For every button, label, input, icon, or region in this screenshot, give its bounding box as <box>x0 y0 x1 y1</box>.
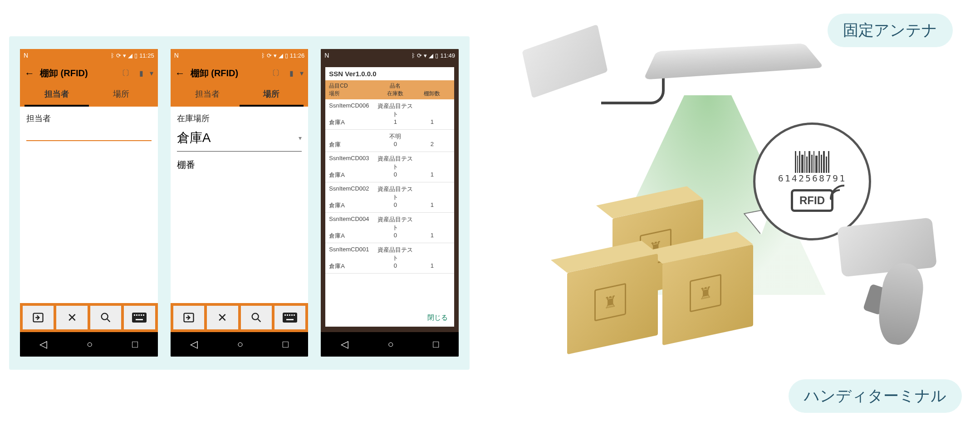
tab-person[interactable]: 担当者 <box>175 83 240 107</box>
col-count: 棚卸数 <box>414 90 451 98</box>
svg-rect-3 <box>134 314 135 316</box>
antenna-reader-icon <box>522 24 608 98</box>
sound-icon[interactable]: ▮ <box>289 69 294 78</box>
cell-place: 倉庫A <box>329 118 377 127</box>
keyboard-button[interactable] <box>124 306 155 329</box>
tab-place[interactable]: 場所 <box>240 83 304 107</box>
status-left: N <box>24 52 28 59</box>
wifi-app-icon[interactable]: ▾ <box>150 69 153 78</box>
cell-item-code <box>329 132 377 141</box>
content-area: 在庫場所 倉庫A ▾ 棚番 <box>171 107 309 303</box>
search-icon <box>250 311 263 324</box>
android-navbar: ◁ ○ □ <box>171 332 309 357</box>
rfid-device-icon[interactable]: 〔〕 <box>269 69 283 78</box>
col-stock: 在庫数 <box>377 90 414 98</box>
dialog-rows: SsnItemCD006資産品目テスト倉庫A11不明倉庫02SsnItemCD0… <box>325 99 454 274</box>
cell-stock: 0 <box>377 141 414 149</box>
nav-recent-icon[interactable]: □ <box>132 338 138 350</box>
cell-stock: 0 <box>377 232 414 240</box>
person-input[interactable] <box>26 127 152 141</box>
sound-icon[interactable]: ▮ <box>139 69 143 78</box>
rfid-device-icon[interactable]: 〔〕 <box>118 69 133 78</box>
content-area: 担当者 <box>20 107 158 303</box>
cell-item-code: SsnItemCD006 <box>329 102 377 118</box>
nav-back-icon[interactable]: ◁ <box>341 338 348 350</box>
wifi-app-icon[interactable]: ▾ <box>300 69 304 78</box>
nav-back-icon[interactable]: ◁ <box>39 338 47 350</box>
table-row[interactable]: SsnItemCD004資産品目テスト倉庫A01 <box>325 213 454 243</box>
status-bar: N ᛒ ⟳ ▾ ◢ ▯ 11:49 <box>321 49 459 62</box>
sync-icon: ⟳ <box>417 52 422 59</box>
tab-bar: 担当者 場所 <box>175 83 304 107</box>
nav-recent-icon[interactable]: □ <box>433 338 439 350</box>
cell-count: 2 <box>414 141 451 149</box>
bluetooth-icon: ᛒ <box>261 52 265 59</box>
handy-terminal-icon <box>826 218 953 354</box>
cell-item-name: 資産品目テスト <box>377 102 414 118</box>
nav-home-icon[interactable]: ○ <box>237 338 243 350</box>
svg-rect-11 <box>283 313 297 323</box>
fragile-icon: ♜ <box>690 274 721 313</box>
battery-icon: ▯ <box>134 52 137 59</box>
panel-antenna-icon <box>643 44 824 80</box>
cell-stock: 0 <box>377 201 414 210</box>
rfid-tag-icon: RFID <box>791 189 833 212</box>
nav-home-icon[interactable]: ○ <box>87 338 93 350</box>
table-row[interactable]: SsnItemCD003資産品目テスト倉庫A01 <box>325 152 454 182</box>
tab-bar: 担当者 場所 <box>24 83 153 107</box>
nav-home-icon[interactable]: ○ <box>387 338 393 350</box>
cell-count: 1 <box>414 201 451 210</box>
svg-rect-4 <box>136 314 137 316</box>
phone-screen-1: N ᛒ ⟳ ▾ ◢ ▯ 11:25 ← 棚卸 (RFID) 〔〕 ▮ ▾ <box>20 49 158 357</box>
svg-rect-16 <box>294 314 295 316</box>
cardboard-box-icon: ♜ <box>567 254 658 355</box>
table-row[interactable]: SsnItemCD001資産品目テスト倉庫A01 <box>325 243 454 274</box>
clear-button[interactable]: ✕ <box>56 306 87 329</box>
app-bar: ← 棚卸 (RFID) 〔〕 ▮ ▾ 担当者 場所 <box>171 62 309 107</box>
col-item-name: 品名 <box>377 82 414 90</box>
nav-back-icon[interactable]: ◁ <box>190 338 198 350</box>
phone-screen-2: N ᛒ ⟳ ▾ ◢ ▯ 11:26 ← 棚卸 (RFID) 〔〕 ▮ ▾ <box>171 49 309 357</box>
clear-button[interactable]: ✕ <box>207 306 238 329</box>
back-icon[interactable]: ← <box>175 68 185 79</box>
cell-stock: 1 <box>377 118 414 127</box>
status-icons: ᛒ ⟳ ▾ ◢ ▯ 11:49 <box>412 52 455 59</box>
table-row[interactable]: 不明倉庫02 <box>325 130 454 152</box>
cell-place: 倉庫A <box>329 171 377 179</box>
svg-rect-2 <box>132 313 147 323</box>
barcode-number: 6142568791 <box>778 173 846 184</box>
cell-item-name: 資産品目テスト <box>377 246 414 262</box>
keyboard-icon <box>132 313 147 323</box>
search-button[interactable] <box>90 306 121 329</box>
close-button[interactable]: 閉じる <box>325 309 454 327</box>
shelf-label: 棚番 <box>177 159 302 171</box>
person-label: 担当者 <box>26 113 152 124</box>
tab-place[interactable]: 場所 <box>89 83 153 107</box>
signal-icon: ◢ <box>429 52 433 59</box>
bottom-toolbar: ✕ <box>171 303 309 332</box>
svg-rect-13 <box>287 314 288 316</box>
enter-button[interactable] <box>23 306 54 329</box>
keyboard-button[interactable] <box>274 306 305 329</box>
search-button[interactable] <box>241 306 272 329</box>
enter-button[interactable] <box>173 306 204 329</box>
location-select[interactable]: 倉庫A ▾ <box>177 127 302 152</box>
svg-rect-15 <box>291 314 293 316</box>
table-row[interactable]: SsnItemCD002資産品目テスト倉庫A01 <box>325 182 454 213</box>
back-icon[interactable]: ← <box>24 68 34 79</box>
app-title: 棚卸 (RFID) <box>191 67 239 79</box>
android-navbar: ◁ ○ □ <box>321 332 459 357</box>
android-navbar: ◁ ○ □ <box>20 332 158 357</box>
tab-person[interactable]: 担当者 <box>24 83 89 107</box>
svg-point-10 <box>252 313 258 320</box>
nav-recent-icon[interactable]: □ <box>283 338 289 350</box>
handy-terminal-label: ハンディターミナル <box>789 379 962 413</box>
status-icons: ᛒ ⟳ ▾ ◢ ▯ 11:26 <box>261 52 305 59</box>
cell-place: 倉庫A <box>329 232 377 240</box>
column-header: 品目CD 品名 場所 在庫数 棚卸数 <box>325 80 454 99</box>
sync-icon: ⟳ <box>267 52 272 59</box>
cell-count: 1 <box>414 171 451 179</box>
rfid-waves-icon <box>828 183 847 201</box>
battery-icon: ▯ <box>285 52 288 59</box>
table-row[interactable]: SsnItemCD006資産品目テスト倉庫A11 <box>325 99 454 130</box>
